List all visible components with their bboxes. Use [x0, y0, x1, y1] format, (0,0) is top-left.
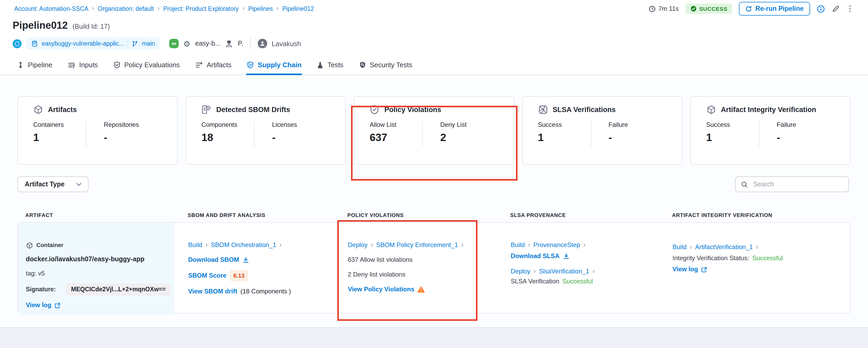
- tab-artifacts[interactable]: Artifacts: [194, 61, 232, 75]
- card-policy-violations: Policy Violations Allow List 637 Deny Li…: [354, 96, 514, 165]
- signature-label: Signature:: [26, 285, 56, 294]
- chevron-right-icon: ›: [528, 240, 530, 249]
- branch-name[interactable]: main: [142, 40, 155, 47]
- view-log-link[interactable]: View log: [26, 301, 51, 310]
- breadcrumb-separator: ›: [276, 4, 279, 12]
- stage-link[interactable]: Build: [511, 241, 525, 250]
- search-icon: [741, 181, 748, 188]
- download-icon: [242, 257, 249, 263]
- chevron-right-icon: ›: [583, 240, 586, 249]
- stat-integrity-failure: Failure -: [777, 121, 796, 146]
- drift-components-count: (18 Components ): [240, 287, 291, 296]
- repo-name[interactable]: easybuggy-vulnerable-applic...: [42, 40, 124, 47]
- sbom-score-badge: 6.13: [229, 270, 248, 281]
- divider: [591, 121, 591, 146]
- rerun-pipeline-button[interactable]: Re-run Pipeline: [739, 2, 810, 16]
- stat-repositories: Repositories -: [104, 121, 139, 146]
- tab-pipeline[interactable]: Pipeline: [16, 61, 53, 75]
- table-row: Container docker.io/lavakush07/easy-bugg…: [18, 222, 850, 314]
- divider: [254, 121, 254, 146]
- breadcrumb-pipeline012[interactable]: Pipeline012: [282, 5, 314, 12]
- artifacts-table: ARTIFACT SBOM AND DRIFT ANALYSIS POLICY …: [18, 207, 850, 314]
- search-input[interactable]: [752, 180, 843, 188]
- stat-slsa-failure: Failure -: [609, 121, 628, 146]
- column-header-artifact: ARTIFACT: [18, 212, 174, 222]
- chevron-right-icon: ›: [592, 266, 595, 276]
- step-link[interactable]: ProvenanceStep: [533, 241, 580, 250]
- trigger-short: P.: [238, 40, 243, 47]
- download-icon: [563, 253, 569, 260]
- tab-inputs[interactable]: Inputs: [67, 61, 98, 75]
- trigger-name[interactable]: easy-b...: [195, 40, 221, 47]
- chevron-right-icon: ›: [690, 242, 692, 251]
- step-link[interactable]: SlsaVerification_1: [539, 267, 589, 276]
- kebab-menu-icon: [846, 4, 854, 13]
- infra-icon: [225, 39, 233, 48]
- artifact-type: Container: [36, 241, 63, 250]
- stage-link[interactable]: Build: [673, 243, 686, 252]
- page-title: Pipeline012: [13, 20, 68, 31]
- artifacts-icon: [195, 61, 203, 68]
- divider: [423, 121, 423, 146]
- stage-link[interactable]: Deploy: [511, 267, 530, 276]
- clock-icon: [649, 5, 656, 12]
- repo-pill[interactable]: easybuggy-vulnerable-applic... main: [26, 38, 160, 49]
- card-slsa-verifications: SLSA Verifications Success 1 Failure -: [522, 96, 682, 165]
- breadcrumb-separator: ›: [158, 4, 160, 12]
- step-link[interactable]: ArtifactVerification_1: [695, 243, 753, 252]
- external-link-icon: [55, 302, 61, 309]
- stage-link[interactable]: Build: [188, 241, 202, 250]
- breadcrumb-separator: ›: [242, 4, 245, 12]
- artifact-tag: tag: v5: [26, 269, 167, 278]
- chevron-right-icon: ›: [279, 240, 282, 249]
- stat-components: Components 18: [201, 121, 254, 146]
- slsa-icon: [538, 105, 548, 114]
- external-link-icon: [701, 266, 708, 272]
- tab-policy-evaluations[interactable]: Policy Evaluations: [113, 61, 180, 75]
- artifact-image: docker.io/lavakush07/easy-buggy-app: [26, 255, 167, 264]
- shield-check-icon: [113, 61, 120, 69]
- stage-link[interactable]: Deploy: [348, 241, 368, 250]
- edit-button[interactable]: [832, 5, 840, 13]
- view-log-link[interactable]: View log: [673, 265, 698, 274]
- slsa-provenance-cell: Build › ProvenanceStep › Download SLSA D…: [497, 223, 659, 315]
- breadcrumb-pipelines[interactable]: Pipelines: [248, 5, 273, 12]
- artifact-type-dropdown[interactable]: Artifact Type: [18, 176, 89, 192]
- cube-icon: [706, 105, 716, 114]
- tab-security-tests[interactable]: Security Tests: [358, 61, 413, 75]
- step-link[interactable]: SBOM Orchestration_1: [211, 241, 276, 250]
- signature-value[interactable]: MEQCICde2Vjl...L+2+mqnOXw==: [66, 283, 171, 295]
- duration: 7m 11s: [649, 5, 679, 12]
- deny-list-violations: 2 Deny list violations: [348, 270, 490, 279]
- info-button[interactable]: [817, 5, 825, 13]
- gear-icon: ⚙: [183, 39, 190, 48]
- breadcrumb-account[interactable]: Account: Automation-SSCA: [14, 5, 88, 12]
- breadcrumb: Account: Automation-SSCA › Organization:…: [14, 5, 314, 12]
- column-header-integrity: ARTIFACT INTEGRITY VERIFICATION: [658, 212, 850, 222]
- download-slsa-link[interactable]: Download SLSA: [511, 252, 559, 261]
- sbom-score-link[interactable]: SBOM Score: [188, 271, 226, 280]
- user-name: Lavakush: [272, 39, 301, 48]
- view-sbom-drift-link[interactable]: View SBOM drift: [188, 287, 237, 296]
- search-box[interactable]: [735, 176, 849, 192]
- flask-icon: [317, 61, 323, 68]
- breadcrumb-organization[interactable]: Organization: default: [98, 5, 154, 12]
- download-sbom-link[interactable]: Download SBOM: [188, 256, 239, 264]
- view-policy-violations-link[interactable]: View Policy Violations: [348, 285, 414, 294]
- user-avatar[interactable]: [257, 39, 267, 48]
- breadcrumb-project[interactable]: Project: Product Exploratory: [163, 5, 239, 12]
- supply-chain-page: Account: Automation-SSCA › Organization:…: [0, 3, 868, 348]
- tab-supply-chain[interactable]: Supply Chain: [246, 61, 302, 75]
- filter-row: Artifact Type: [18, 176, 849, 192]
- chevron-right-icon: ›: [371, 240, 373, 249]
- build-id: (Build Id: 17): [72, 23, 110, 30]
- chevron-right-icon: ›: [205, 240, 208, 249]
- policy-violations-cell: Deploy › SBOM Policy Enforcement_1 › 637…: [334, 223, 497, 315]
- stat-slsa-success: Success 1: [538, 121, 591, 146]
- card-artifacts: Artifacts Containers 1 Repositories -: [18, 96, 178, 165]
- more-options-button[interactable]: [846, 4, 854, 13]
- step-link[interactable]: SBOM Policy Enforcement_1: [376, 241, 458, 250]
- integrity-cell: Build › ArtifactVerification_1 › Integri…: [659, 223, 850, 315]
- tab-tests[interactable]: Tests: [316, 61, 344, 75]
- git-branch-icon: [132, 40, 138, 47]
